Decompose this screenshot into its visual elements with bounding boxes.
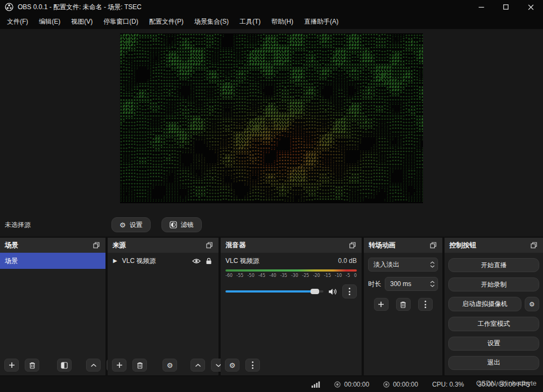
no-source-label: 未选择源 — [0, 220, 111, 230]
scenes-dock: 场景 场景 — [0, 238, 105, 375]
remove-source-button[interactable] — [132, 359, 147, 372]
channel-more-button[interactable] — [342, 284, 357, 298]
studio-mode-button[interactable]: 工作室模式 — [448, 317, 539, 331]
transitions-dock: 转场动画 淡入淡出 时长 300 ms — [364, 238, 442, 375]
scale-tick: -25 — [302, 273, 309, 278]
duration-label: 时长 — [368, 280, 381, 289]
scale-tick: -30 — [291, 273, 298, 278]
transitions-dock-header[interactable]: 转场动画 — [364, 238, 442, 253]
transitions-popout-button[interactable] — [429, 241, 438, 250]
add-scene-button[interactable] — [4, 359, 19, 372]
gear-icon: ⚙ — [167, 362, 173, 369]
window-controls — [469, 0, 543, 14]
source-properties-label: 设置 — [130, 220, 143, 230]
menu-item-live-assistant[interactable]: 直播助手(A) — [299, 15, 343, 28]
source-properties-toolbar-button[interactable]: ⚙ — [163, 359, 177, 372]
duration-value: 300 ms — [390, 280, 411, 288]
mixer-popout-button[interactable] — [348, 241, 357, 250]
statusbar: 00:00:00 00:00:00 CPU: 0.3% 30.00 / 30.0… — [0, 376, 543, 392]
plus-icon — [9, 362, 15, 368]
settings-button[interactable]: 设置 — [448, 337, 539, 351]
eye-icon — [192, 258, 201, 264]
source-properties-button[interactable]: ⚙ 设置 — [111, 217, 151, 232]
combo-spinner — [430, 261, 435, 268]
sources-dock-header[interactable]: 来源 — [108, 238, 218, 253]
menu-item-profile[interactable]: 配置文件(P) — [144, 15, 188, 28]
minimize-button[interactable] — [469, 0, 493, 14]
menu-item-scene-collection[interactable]: 场景集合(S) — [189, 15, 234, 28]
lock-toggle[interactable] — [206, 258, 212, 265]
gear-icon: ⚙ — [119, 222, 126, 229]
scale-tick: -20 — [313, 273, 320, 278]
chevron-down-icon — [430, 284, 435, 287]
advanced-audio-gear-icon: ⚙ — [229, 362, 236, 369]
network-status — [312, 381, 320, 388]
maximize-button[interactable] — [493, 0, 518, 14]
scale-tick: -55 — [236, 273, 243, 278]
scene-list-item[interactable]: 场景 — [0, 253, 105, 269]
mixer-dock: 混音器 VLC 视频源 0.0 dB -60 -55 -50 -45 -40 -… — [221, 238, 362, 375]
preview-video[interactable] — [120, 33, 423, 203]
mute-button[interactable] — [328, 288, 337, 295]
record-time: 00:00:00 — [393, 381, 418, 388]
popout-icon — [349, 242, 356, 248]
remove-scene-button[interactable] — [25, 359, 39, 372]
stream-time: 00:00:00 — [344, 381, 369, 388]
obs-logo-icon — [5, 3, 13, 11]
menubar: 文件(F) 编辑(E) 视图(V) 停靠窗口(D) 配置文件(P) 场景集合(S… — [0, 14, 543, 29]
virtual-camera-row: 启动虚拟摄像机 ⚙ — [448, 297, 539, 311]
mixer-dock-header[interactable]: 混音器 — [221, 238, 362, 253]
start-streaming-button[interactable]: 开始直播 — [448, 258, 539, 272]
scenes-toolbar — [0, 355, 105, 375]
exit-button[interactable]: 退出 — [448, 356, 539, 370]
mixer-more-button[interactable] — [245, 359, 260, 372]
gear-icon: ⚙ — [529, 301, 535, 308]
controls-popout-button[interactable] — [530, 241, 538, 250]
source-list-item[interactable]: ▶ VLC 视频源 — [108, 253, 218, 269]
menu-item-edit[interactable]: 编辑(E) — [34, 15, 65, 28]
transition-properties-button[interactable] — [418, 298, 433, 311]
scenes-popout-button[interactable] — [92, 241, 101, 250]
scale-tick: 0 — [354, 273, 357, 278]
advanced-audio-button[interactable]: ⚙ — [225, 359, 239, 372]
menu-item-file[interactable]: 文件(F) — [2, 15, 33, 28]
trash-icon — [29, 362, 36, 369]
move-scene-up-button[interactable] — [86, 359, 101, 372]
duration-spinner[interactable] — [430, 281, 435, 287]
transition-select[interactable]: 淡入淡出 — [368, 258, 438, 272]
volume-slider-handle[interactable] — [311, 289, 319, 294]
duration-input[interactable]: 300 ms — [385, 277, 438, 291]
menu-item-tools[interactable]: 工具(T) — [235, 15, 265, 28]
close-button[interactable] — [518, 0, 543, 14]
visibility-toggle[interactable] — [192, 258, 201, 264]
record-status: 00:00:00 — [383, 381, 418, 388]
mixer-toolbar: ⚙ — [221, 355, 362, 375]
controls-dock-header[interactable]: 控制按钮 — [445, 238, 543, 253]
sources-dock-title: 来源 — [112, 241, 126, 250]
source-filters-button[interactable]: 滤镜 — [161, 217, 202, 232]
sources-list: ▶ VLC 视频源 — [108, 253, 218, 355]
transitions-panel: 淡入淡出 时长 300 ms — [364, 253, 442, 375]
volume-slider[interactable] — [225, 290, 323, 293]
popout-icon — [430, 242, 436, 248]
menu-item-view[interactable]: 视图(V) — [66, 15, 97, 28]
controls-dock: 控制按钮 开始直播 开始录制 启动虚拟摄像机 ⚙ 工作室模式 设置 退出 — [445, 238, 543, 375]
menu-item-help[interactable]: 帮助(H) — [266, 15, 298, 28]
move-source-up-button[interactable] — [191, 359, 205, 372]
sources-popout-button[interactable] — [205, 241, 214, 250]
virtual-camera-config-button[interactable]: ⚙ — [525, 297, 539, 311]
scene-filters-button[interactable] — [57, 359, 72, 372]
start-virtual-camera-button[interactable]: 启动虚拟摄像机 — [448, 297, 521, 311]
scale-tick: -15 — [324, 273, 331, 278]
scenes-dock-header[interactable]: 场景 — [0, 238, 105, 253]
remove-transition-button[interactable] — [396, 298, 411, 311]
menu-item-docks[interactable]: 停靠窗口(D) — [98, 15, 143, 28]
close-icon — [528, 4, 534, 10]
add-transition-button[interactable] — [374, 298, 389, 311]
add-source-button[interactable] — [112, 359, 126, 372]
transitions-dock-title: 转场动画 — [369, 241, 396, 250]
record-status-icon — [383, 381, 390, 388]
start-recording-button[interactable]: 开始录制 — [448, 277, 539, 291]
vertical-dots-icon — [349, 288, 350, 295]
titlebar[interactable]: OBS 0.0.1 - 配置文件: 未命名 - 场景: TSEC — [0, 0, 543, 14]
